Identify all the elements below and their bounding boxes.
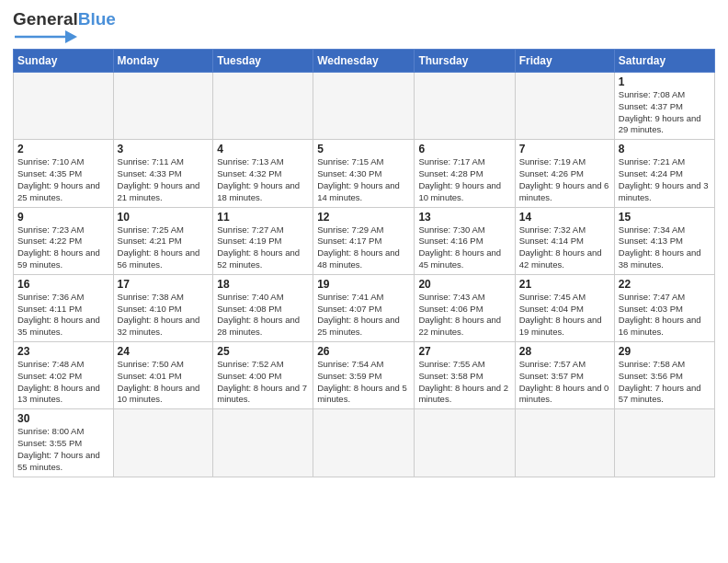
day-number: 18 — [217, 278, 309, 291]
svg-marker-1 — [65, 30, 77, 43]
day-number: 28 — [519, 345, 610, 358]
day-number: 4 — [217, 143, 309, 155]
day-cell — [515, 73, 614, 140]
day-cell: 1Sunrise: 7:08 AM Sunset: 4:37 PM Daylig… — [614, 73, 714, 140]
day-info: Sunrise: 7:10 AM Sunset: 4:35 PM Dayligh… — [17, 156, 109, 203]
week-row-5: 30Sunrise: 8:00 AM Sunset: 3:55 PM Dayli… — [14, 409, 715, 477]
day-info: Sunrise: 7:23 AM Sunset: 4:22 PM Dayligh… — [17, 224, 109, 271]
day-cell — [113, 73, 213, 140]
day-info: Sunrise: 7:54 AM Sunset: 3:59 PM Dayligh… — [317, 359, 410, 406]
day-info: Sunrise: 7:32 AM Sunset: 4:14 PM Dayligh… — [519, 224, 610, 271]
day-cell: 17Sunrise: 7:38 AM Sunset: 4:10 PM Dayli… — [113, 274, 213, 341]
logo-icon — [15, 30, 77, 43]
day-number: 5 — [317, 143, 410, 155]
week-row-4: 23Sunrise: 7:48 AM Sunset: 4:02 PM Dayli… — [14, 342, 715, 409]
day-number: 23 — [17, 345, 109, 358]
day-cell — [415, 73, 515, 140]
day-number: 11 — [217, 211, 309, 224]
day-cell: 19Sunrise: 7:41 AM Sunset: 4:07 PM Dayli… — [313, 274, 415, 341]
day-cell: 7Sunrise: 7:19 AM Sunset: 4:26 PM Daylig… — [515, 140, 614, 207]
day-cell: 27Sunrise: 7:55 AM Sunset: 3:58 PM Dayli… — [415, 342, 515, 409]
calendar-header: SundayMondayTuesdayWednesdayThursdayFrid… — [14, 50, 715, 73]
day-info: Sunrise: 7:52 AM Sunset: 4:00 PM Dayligh… — [217, 359, 309, 406]
day-info: Sunrise: 7:36 AM Sunset: 4:11 PM Dayligh… — [17, 292, 109, 339]
day-cell — [113, 409, 213, 477]
day-number: 20 — [418, 278, 510, 291]
day-cell: 6Sunrise: 7:17 AM Sunset: 4:28 PM Daylig… — [415, 140, 515, 207]
day-cell — [313, 409, 415, 477]
day-number: 26 — [317, 345, 410, 358]
day-cell — [313, 73, 415, 140]
day-info: Sunrise: 7:47 AM Sunset: 4:03 PM Dayligh… — [619, 292, 711, 339]
weekday-header-friday: Friday — [515, 50, 614, 73]
day-info: Sunrise: 7:25 AM Sunset: 4:21 PM Dayligh… — [118, 224, 210, 271]
calendar: SundayMondayTuesdayWednesdayThursdayFrid… — [13, 49, 715, 477]
day-info: Sunrise: 7:40 AM Sunset: 4:08 PM Dayligh… — [217, 292, 309, 339]
day-cell: 11Sunrise: 7:27 AM Sunset: 4:19 PM Dayli… — [213, 207, 313, 274]
day-cell — [614, 409, 714, 477]
day-info: Sunrise: 7:08 AM Sunset: 4:37 PM Dayligh… — [619, 89, 711, 136]
weekday-header-thursday: Thursday — [415, 50, 515, 73]
logo-general-text: General — [13, 9, 78, 29]
day-number: 21 — [519, 278, 610, 291]
page: General Blue SundayMondayTuesdayWednesda… — [0, 0, 728, 563]
day-cell: 26Sunrise: 7:54 AM Sunset: 3:59 PM Dayli… — [313, 342, 415, 409]
day-cell: 3Sunrise: 7:11 AM Sunset: 4:33 PM Daylig… — [113, 140, 213, 207]
weekday-header-saturday: Saturday — [614, 50, 714, 73]
day-cell — [415, 409, 515, 477]
day-number: 17 — [118, 278, 210, 291]
week-row-0: 1Sunrise: 7:08 AM Sunset: 4:37 PM Daylig… — [14, 73, 715, 140]
day-info: Sunrise: 7:50 AM Sunset: 4:01 PM Dayligh… — [118, 359, 210, 406]
day-info: Sunrise: 7:55 AM Sunset: 3:58 PM Dayligh… — [418, 359, 510, 406]
day-info: Sunrise: 8:00 AM Sunset: 3:55 PM Dayligh… — [17, 426, 109, 473]
day-cell — [213, 73, 313, 140]
day-info: Sunrise: 7:34 AM Sunset: 4:13 PM Dayligh… — [619, 224, 711, 271]
day-cell: 21Sunrise: 7:45 AM Sunset: 4:04 PM Dayli… — [515, 274, 614, 341]
day-number: 13 — [418, 211, 510, 224]
weekday-header-row: SundayMondayTuesdayWednesdayThursdayFrid… — [14, 50, 715, 73]
day-info: Sunrise: 7:43 AM Sunset: 4:06 PM Dayligh… — [418, 292, 510, 339]
day-number: 14 — [519, 211, 610, 224]
day-number: 19 — [317, 278, 410, 291]
day-cell: 9Sunrise: 7:23 AM Sunset: 4:22 PM Daylig… — [14, 207, 114, 274]
logo: General Blue — [13, 9, 116, 43]
day-cell: 18Sunrise: 7:40 AM Sunset: 4:08 PM Dayli… — [213, 274, 313, 341]
day-info: Sunrise: 7:57 AM Sunset: 3:57 PM Dayligh… — [519, 359, 610, 406]
day-number: 10 — [118, 211, 210, 224]
day-number: 29 — [619, 345, 711, 358]
weekday-header-wednesday: Wednesday — [313, 50, 415, 73]
day-number: 22 — [619, 278, 711, 291]
day-number: 24 — [118, 345, 210, 358]
weekday-header-tuesday: Tuesday — [213, 50, 313, 73]
day-cell — [14, 73, 114, 140]
day-number: 7 — [519, 143, 610, 155]
day-info: Sunrise: 7:11 AM Sunset: 4:33 PM Dayligh… — [118, 156, 210, 203]
week-row-3: 16Sunrise: 7:36 AM Sunset: 4:11 PM Dayli… — [14, 274, 715, 341]
day-info: Sunrise: 7:13 AM Sunset: 4:32 PM Dayligh… — [217, 156, 309, 203]
day-info: Sunrise: 7:27 AM Sunset: 4:19 PM Dayligh… — [217, 224, 309, 271]
day-info: Sunrise: 7:38 AM Sunset: 4:10 PM Dayligh… — [118, 292, 210, 339]
day-cell: 4Sunrise: 7:13 AM Sunset: 4:32 PM Daylig… — [213, 140, 313, 207]
day-cell — [515, 409, 614, 477]
day-number: 12 — [317, 211, 410, 224]
day-cell: 20Sunrise: 7:43 AM Sunset: 4:06 PM Dayli… — [415, 274, 515, 341]
header: General Blue — [13, 9, 715, 43]
weekday-header-monday: Monday — [113, 50, 213, 73]
day-number: 8 — [619, 143, 711, 155]
day-number: 9 — [17, 211, 109, 224]
day-number: 27 — [418, 345, 510, 358]
day-number: 25 — [217, 345, 309, 358]
day-cell: 28Sunrise: 7:57 AM Sunset: 3:57 PM Dayli… — [515, 342, 614, 409]
week-row-1: 2Sunrise: 7:10 AM Sunset: 4:35 PM Daylig… — [14, 140, 715, 207]
day-info: Sunrise: 7:41 AM Sunset: 4:07 PM Dayligh… — [317, 292, 410, 339]
day-cell: 2Sunrise: 7:10 AM Sunset: 4:35 PM Daylig… — [14, 140, 114, 207]
day-cell: 29Sunrise: 7:58 AM Sunset: 3:56 PM Dayli… — [614, 342, 714, 409]
day-number: 6 — [418, 143, 510, 155]
day-info: Sunrise: 7:19 AM Sunset: 4:26 PM Dayligh… — [519, 156, 610, 203]
day-info: Sunrise: 7:17 AM Sunset: 4:28 PM Dayligh… — [418, 156, 510, 203]
weekday-header-sunday: Sunday — [14, 50, 114, 73]
day-cell: 24Sunrise: 7:50 AM Sunset: 4:01 PM Dayli… — [113, 342, 213, 409]
logo-blue-text: Blue — [78, 9, 116, 29]
week-row-2: 9Sunrise: 7:23 AM Sunset: 4:22 PM Daylig… — [14, 207, 715, 274]
day-cell: 23Sunrise: 7:48 AM Sunset: 4:02 PM Dayli… — [14, 342, 114, 409]
